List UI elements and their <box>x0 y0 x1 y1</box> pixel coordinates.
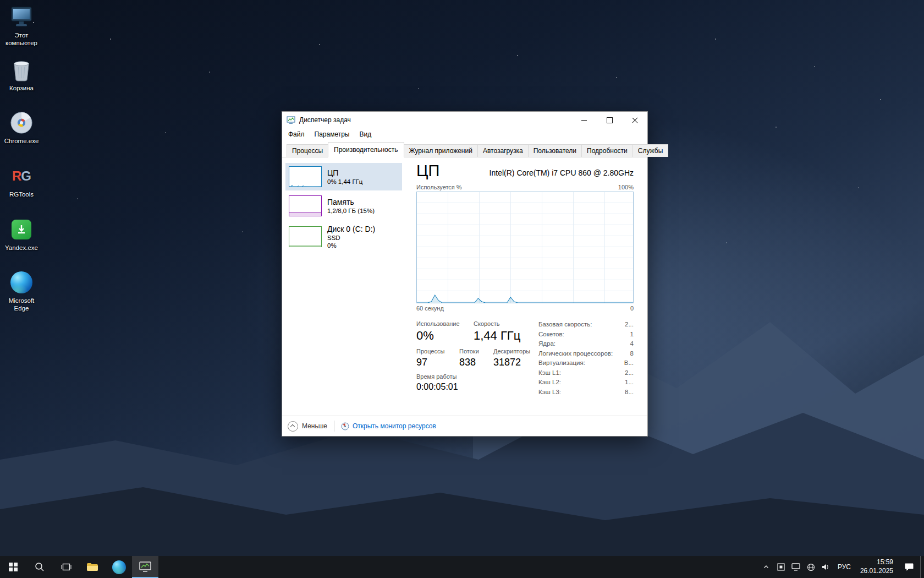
detail-value: 1... <box>622 379 634 386</box>
desktop-icon-yandex-exe[interactable]: Yandex.exe <box>1 217 42 252</box>
tab-services[interactable]: Службы <box>632 144 668 157</box>
volume-button[interactable] <box>818 556 833 578</box>
usage-label: Использование <box>416 320 474 327</box>
processes-label: Процессы <box>416 348 459 355</box>
start-button[interactable] <box>0 556 26 578</box>
detail-label: Логических процессоров: <box>538 350 613 357</box>
tab-app-history[interactable]: Журнал приложений <box>404 144 478 157</box>
uptime-label: Время работы <box>416 373 458 380</box>
file-explorer-button[interactable] <box>79 556 106 578</box>
speed-value: 1,44 ГГц <box>474 329 520 343</box>
notification-icon <box>904 563 914 571</box>
detail-value: 2... <box>622 369 634 377</box>
language-indicator[interactable]: РУС <box>833 563 855 571</box>
resource-monitor-label: Открыть монитор ресурсов <box>353 422 436 430</box>
detail-row: Сокетов: 1 <box>538 331 634 338</box>
show-desktop-button[interactable] <box>920 556 924 578</box>
desktop-icon-chrome-exe[interactable]: Chrome.exe <box>1 110 42 145</box>
tab-processes[interactable]: Процессы <box>287 144 328 157</box>
menubar: Файл Параметры Вид <box>282 128 647 140</box>
detail-label: Кэш L1: <box>538 369 561 377</box>
edge-taskbar-button[interactable] <box>106 556 132 578</box>
detail-row: Базовая скорость: 2... <box>538 321 634 328</box>
task-manager-window: Диспетчер задач Файл Параметры Вид Проце… <box>282 111 648 437</box>
close-button[interactable] <box>622 112 647 128</box>
sidebar-item-cpu[interactable]: ЦП 0% 1,44 ГГц <box>285 163 402 190</box>
resource-monitor-link[interactable]: Открыть монитор ресурсов <box>341 422 436 430</box>
network-button[interactable] <box>789 556 804 578</box>
threads-value: 838 <box>459 357 493 368</box>
menu-view[interactable]: Вид <box>354 130 376 138</box>
tab-details[interactable]: Подробности <box>581 144 633 157</box>
footer-divider <box>334 421 334 432</box>
detail-label: Сокетов: <box>538 331 564 338</box>
detail-value: В... <box>621 359 634 367</box>
taskbar-clock[interactable]: 15:59 26.01.2025 <box>855 558 898 575</box>
maximize-button[interactable] <box>597 112 622 128</box>
disc-icon <box>1 110 42 135</box>
close-icon <box>632 117 638 123</box>
handles-value: 31872 <box>493 357 530 368</box>
graph-max-label: 100% <box>618 184 634 190</box>
search-icon <box>35 562 45 572</box>
desktop-icon-label: RGTools <box>1 191 42 199</box>
desktop-icon-label: Yandex.exe <box>1 244 42 252</box>
detail-label: Базовая скорость: <box>538 321 592 328</box>
window-title: Диспетчер задач <box>299 116 351 124</box>
graph-axis-label: Используется % <box>416 184 462 190</box>
threads-label: Потоки <box>459 348 493 355</box>
cpu-usage-graph[interactable] <box>416 192 634 303</box>
cpu-heading: ЦП <box>416 163 439 179</box>
search-button[interactable] <box>26 556 53 578</box>
tab-performance[interactable]: Производительность <box>328 142 404 157</box>
task-view-button[interactable] <box>53 556 79 578</box>
disk-thumbnail <box>289 226 322 247</box>
desktop-icon-rgtools[interactable]: RG RGTools <box>1 163 42 199</box>
clock-date: 26.01.2025 <box>860 567 893 576</box>
sidebar-cpu-subtitle: 0% 1,44 ГГц <box>327 178 362 185</box>
task-manager-taskbar-button[interactable] <box>132 556 158 578</box>
detail-value: 1 <box>627 331 634 338</box>
desktop: Этот компьютер Корзина Chrome.exe <box>0 0 924 578</box>
titlebar[interactable]: Диспетчер задач <box>282 112 647 128</box>
menu-file[interactable]: Файл <box>283 130 310 138</box>
sidebar-item-disk0[interactable]: Диск 0 (C: D:) SSD 0% <box>285 221 402 252</box>
speed-label: Скорость <box>474 320 520 327</box>
recycle-bin-icon <box>1 57 42 83</box>
green-arrow-icon <box>1 217 42 242</box>
network-icon <box>791 563 800 571</box>
cpu-details-list: Базовая скорость: 2... Сокетов: 1 Ядра: … <box>538 320 634 416</box>
minimize-icon <box>581 120 587 121</box>
desktop-icon-this-pc[interactable]: Этот компьютер <box>1 4 42 47</box>
sidebar-disk-title: Диск 0 (C: D:) <box>327 225 375 233</box>
processes-value: 97 <box>416 357 459 368</box>
hidden-icons-button[interactable] <box>759 556 774 578</box>
taskbar: РУС 15:59 26.01.2025 <box>0 556 924 578</box>
sidebar-item-memory[interactable]: Память 1,2/8,0 ГБ (15%) <box>285 192 402 220</box>
volume-icon <box>821 563 830 571</box>
minimize-button[interactable] <box>571 112 597 128</box>
action-center-button[interactable] <box>898 556 920 578</box>
tray-app-button[interactable] <box>774 556 789 578</box>
tray-app-icon <box>777 563 785 571</box>
sidebar-memory-subtitle: 1,2/8,0 ГБ (15%) <box>327 208 375 214</box>
globe-button[interactable] <box>804 556 818 578</box>
memory-thumbnail <box>289 195 322 216</box>
edge-icon <box>1 270 42 295</box>
start-icon <box>9 563 18 571</box>
menu-options[interactable]: Параметры <box>310 130 355 138</box>
hidden-icons-chevron-icon <box>763 564 769 570</box>
detail-value: 8 <box>627 350 634 357</box>
tab-startup[interactable]: Автозагрузка <box>477 144 529 157</box>
desktop-icon-edge[interactable]: Microsoft Edge <box>1 270 42 313</box>
tab-users[interactable]: Пользователи <box>528 144 582 157</box>
desktop-icon-label: Microsoft Edge <box>1 297 42 313</box>
graph-time-label: 60 секунд <box>416 305 444 312</box>
detail-row: Кэш L2: 1... <box>538 379 634 386</box>
resource-monitor-icon <box>341 422 349 430</box>
sidebar-disk-usage: 0% <box>327 242 375 249</box>
edge-icon <box>112 560 126 574</box>
desktop-icon-recycle-bin[interactable]: Корзина <box>1 57 42 92</box>
detail-row: Логических процессоров: 8 <box>538 350 634 357</box>
fewer-details-button[interactable]: Меньше <box>288 421 327 432</box>
